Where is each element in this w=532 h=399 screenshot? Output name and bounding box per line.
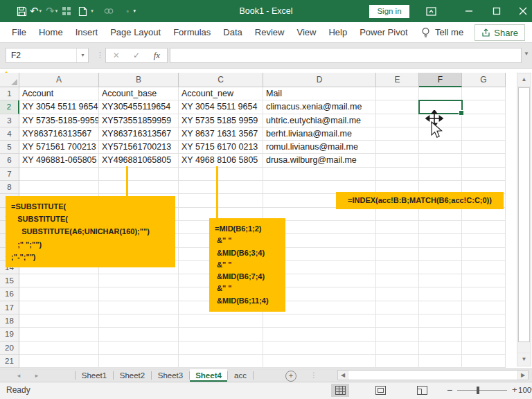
vertical-scroll-thumb[interactable] — [518, 87, 530, 342]
ribbon-tab-page-layout[interactable]: Page Layout — [104, 22, 167, 42]
sheet-tab-acc[interactable]: acc — [228, 369, 253, 382]
row-header-4[interactable]: 4 — [0, 127, 19, 141]
column-header-A[interactable]: A — [19, 73, 99, 87]
row-header-1[interactable]: 1 — [0, 87, 19, 100]
ribbon-tab-view[interactable]: View — [290, 22, 322, 42]
cell-E12[interactable] — [376, 234, 419, 247]
column-header-G[interactable]: G — [462, 73, 506, 87]
cell-E19[interactable] — [376, 328, 419, 341]
formula-bar-expand-icon[interactable]: ▼ — [524, 51, 529, 57]
cell-B7[interactable] — [99, 168, 179, 181]
cell-D19[interactable] — [263, 328, 376, 341]
cell-E4[interactable] — [376, 127, 419, 141]
cell-A17[interactable] — [19, 301, 99, 314]
cell-C18[interactable] — [179, 314, 263, 328]
cell-G7[interactable] — [462, 168, 506, 181]
cell-E16[interactable] — [376, 287, 419, 301]
cell-D3[interactable]: uhtric.eutychia@mail.me — [263, 114, 376, 127]
column-header-B[interactable]: B — [99, 73, 179, 87]
cell-B8[interactable] — [99, 181, 179, 194]
row-header-16[interactable]: 16 — [0, 287, 19, 301]
cell-G21[interactable] — [462, 355, 506, 368]
cell-F1[interactable] — [419, 87, 462, 100]
cell-B15[interactable] — [99, 274, 179, 287]
cell-C8[interactable] — [179, 181, 263, 194]
cell-A7[interactable] — [19, 168, 99, 181]
cell-F6[interactable] — [419, 154, 462, 167]
column-header-C[interactable]: C — [179, 73, 263, 87]
select-all-corner[interactable] — [0, 73, 19, 87]
cell-E21[interactable] — [376, 355, 419, 368]
cell-D6[interactable]: drusa.wilburg@mail.me — [263, 154, 376, 167]
cell-G4[interactable] — [462, 127, 506, 141]
cell-D18[interactable] — [263, 314, 376, 328]
page-break-preview-icon[interactable] — [413, 384, 431, 397]
vertical-scrollbar[interactable]: ▲ ▼ — [517, 73, 531, 366]
cell-E3[interactable] — [376, 114, 419, 127]
cell-G16[interactable] — [462, 287, 506, 301]
cell-A6[interactable]: XY 496881-065805 — [19, 154, 99, 167]
cell-G20[interactable] — [462, 342, 506, 355]
row-header-7[interactable]: 7 — [0, 168, 19, 181]
row-header-17[interactable]: 17 — [0, 301, 19, 314]
cell-B2[interactable]: XY305455119654 — [99, 100, 179, 114]
sheet-tab-sheet1[interactable]: Sheet1 — [76, 369, 113, 382]
ribbon-tab-help[interactable]: Help — [322, 22, 353, 42]
cell-A19[interactable] — [19, 328, 99, 341]
cell-C20[interactable] — [179, 342, 263, 355]
share-button[interactable]: Share — [475, 24, 525, 41]
cell-E15[interactable] — [376, 274, 419, 287]
cell-A16[interactable] — [19, 287, 99, 301]
cell-F7[interactable] — [419, 168, 462, 181]
cell-B6[interactable]: XY496881065805 — [99, 154, 179, 167]
row-header-5[interactable]: 5 — [0, 141, 19, 154]
cell-G13[interactable] — [462, 248, 506, 261]
cell-F18[interactable] — [419, 314, 462, 328]
cell-A20[interactable] — [19, 342, 99, 355]
cell-B4[interactable]: XY863716313567 — [99, 127, 179, 141]
ribbon-tab-home[interactable]: Home — [33, 22, 69, 42]
cell-A4[interactable]: XY863716313567 — [19, 127, 99, 141]
ribbon-tab-insert[interactable]: Insert — [69, 22, 105, 42]
scroll-right-icon[interactable]: ▶ — [517, 371, 528, 380]
tell-me[interactable]: Tell me — [421, 22, 463, 42]
cell-D20[interactable] — [263, 342, 376, 355]
cell-E2[interactable] — [376, 100, 419, 114]
cell-F20[interactable] — [419, 342, 462, 355]
cell-B19[interactable] — [99, 328, 179, 341]
cell-E17[interactable] — [376, 301, 419, 314]
cell-B5[interactable]: XY571561700213 — [99, 141, 179, 154]
cell-C4[interactable]: XY 8637 1631 3567 — [179, 127, 263, 141]
cell-G17[interactable] — [462, 301, 506, 314]
cell-C5[interactable]: XY 5715 6170 0213 — [179, 141, 263, 154]
cell-A8[interactable] — [19, 181, 99, 194]
cell-A3[interactable]: XY 5735-5185-9959 — [19, 114, 99, 127]
zoom-out-icon[interactable]: − — [447, 384, 452, 396]
cell-G10[interactable] — [462, 208, 506, 221]
cell-D4[interactable]: berht.liviana@mail.me — [263, 127, 376, 141]
ribbon-tab-formulas[interactable]: Formulas — [167, 22, 217, 42]
sign-in-button[interactable]: Sign in — [369, 5, 409, 18]
cell-C6[interactable]: XY 4968 8106 5805 — [179, 154, 263, 167]
cell-A1[interactable]: Account — [19, 87, 99, 100]
cell-F11[interactable] — [419, 221, 462, 234]
cell-C9[interactable] — [179, 194, 263, 207]
scroll-down-icon[interactable]: ▼ — [517, 353, 531, 366]
cell-C1[interactable]: Account_new — [179, 87, 263, 100]
ribbon-tab-file[interactable]: File — [6, 22, 33, 42]
sheet-tab-sheet4[interactable]: Sheet4 — [190, 369, 227, 382]
maximize-button[interactable] — [485, 0, 508, 22]
cell-F15[interactable] — [419, 274, 462, 287]
cell-G12[interactable] — [462, 234, 506, 247]
cell-E20[interactable] — [376, 342, 419, 355]
cell-F12[interactable] — [419, 234, 462, 247]
sheet-nav-right-icon[interactable]: ▸ — [28, 369, 46, 382]
insert-function-icon[interactable]: fx — [147, 50, 167, 61]
scroll-left-icon[interactable]: ◀ — [338, 371, 348, 380]
cell-B16[interactable] — [99, 287, 179, 301]
cell-G6[interactable] — [462, 154, 506, 167]
page-layout-view-icon[interactable] — [371, 384, 389, 397]
cell-E10[interactable] — [376, 208, 419, 221]
ribbon-tab-data[interactable]: Data — [217, 22, 248, 42]
cell-B3[interactable]: XY573551859959 — [99, 114, 179, 127]
